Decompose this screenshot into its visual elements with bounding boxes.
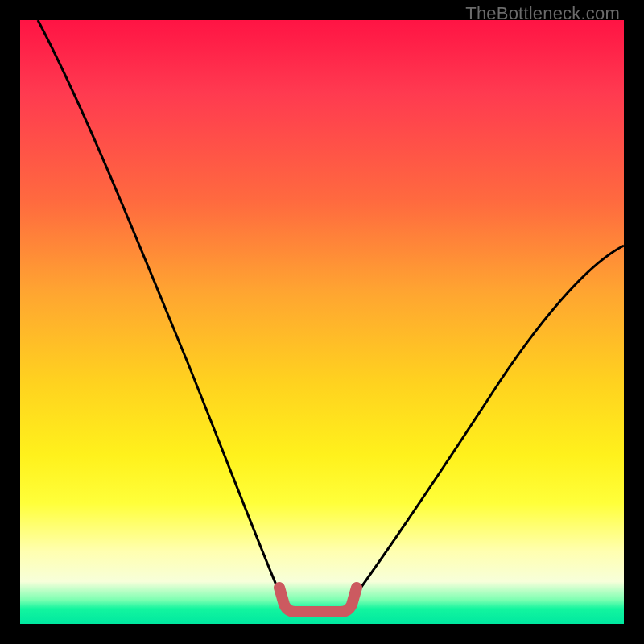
curve-layer — [20, 20, 624, 624]
left-branch-line — [38, 20, 282, 598]
trough-marker — [279, 588, 357, 612]
chart-frame: TheBottleneck.com — [0, 0, 644, 644]
plot-area — [20, 20, 624, 624]
right-branch-line — [353, 246, 624, 598]
